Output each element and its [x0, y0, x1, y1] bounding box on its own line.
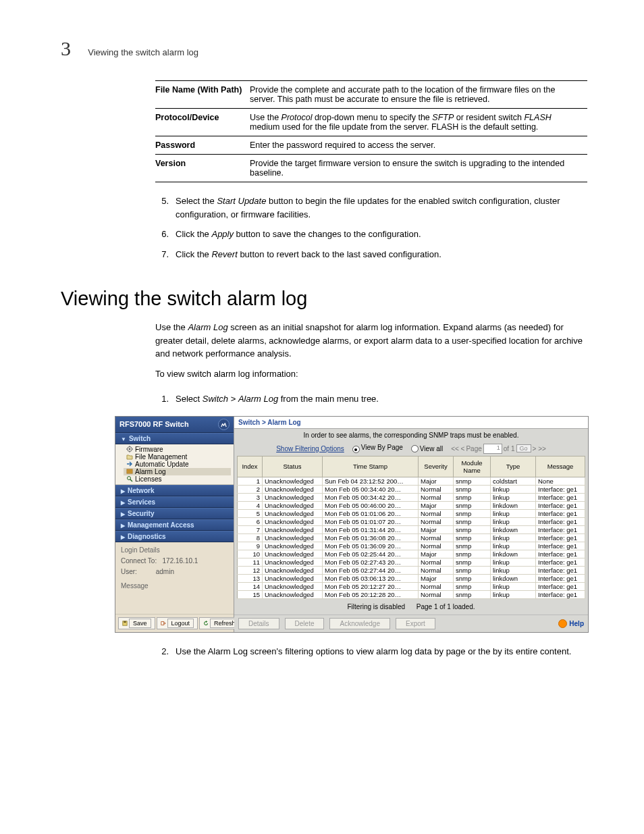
nav-section-mgmt-access[interactable]: ▶Management Access: [115, 519, 234, 531]
tree-item-alarm-log[interactable]: Alarm Log: [124, 468, 231, 475]
param-label: Protocol/Device: [155, 109, 250, 136]
column-header[interactable]: Index: [238, 456, 263, 477]
page-next[interactable]: > >>: [533, 445, 546, 452]
running-head-text: Viewing the switch alarm log: [88, 47, 198, 57]
table-row[interactable]: 9UnacknowledgedMon Feb 05 01:36:09 20…No…: [238, 542, 585, 550]
page-prev[interactable]: << <: [451, 445, 464, 452]
details-button[interactable]: Details: [238, 618, 279, 629]
screenshot-alarm-log: RFS7000 RF Switch ▼Switch FirmwareFile M…: [115, 416, 589, 633]
app-title: RFS7000 RF Switch: [119, 420, 189, 428]
brand-logo-icon: [218, 419, 230, 430]
column-header[interactable]: Status: [263, 456, 323, 477]
nav-section-security[interactable]: ▶Security: [115, 508, 234, 519]
column-header[interactable]: Module Name: [454, 456, 491, 477]
nav-section-network[interactable]: ▶Network: [115, 485, 234, 496]
filter-toolbar: Show Filtering Options View By Page View…: [234, 442, 588, 456]
notice-text: In order to see alarms, the correspondin…: [234, 429, 588, 442]
view-all-radio[interactable]: View all: [411, 445, 443, 452]
logout-button[interactable]: Logout: [157, 617, 198, 629]
table-header-row: IndexStatusTime StampSeverityModule Name…: [238, 456, 585, 477]
table-row[interactable]: 7UnacknowledgedMon Feb 05 01:31:44 20…Ma…: [238, 525, 585, 533]
chapter-number: 3: [61, 37, 71, 60]
svg-point-1: [129, 448, 131, 450]
tree-item-automatic-update[interactable]: Automatic Update: [124, 461, 231, 468]
intro-lead: To view switch alarm log information:: [155, 367, 583, 381]
nav-panel: RFS7000 RF Switch ▼Switch FirmwareFile M…: [115, 417, 234, 632]
app-titlebar: RFS7000 RF Switch: [115, 417, 234, 433]
alarm-log-table: IndexStatusTime StampSeverityModule Name…: [237, 456, 585, 599]
parameter-table: File Name (With Path)Provide the complet…: [155, 80, 587, 182]
nav-section-diagnostics[interactable]: ▶Diagnostics: [115, 531, 234, 542]
action-bar: Details Delete Acknowledge Export Help: [234, 615, 588, 632]
export-button[interactable]: Export: [396, 618, 435, 629]
view-by-page-radio[interactable]: View By Page: [352, 444, 403, 454]
table-row[interactable]: 2UnacknowledgedMon Feb 05 00:34:40 20…No…: [238, 485, 585, 493]
page-input[interactable]: 1: [483, 444, 502, 454]
param-desc: Provide the target firmware version to e…: [250, 155, 587, 182]
section-heading: Viewing the switch alarm log: [61, 288, 583, 310]
nav-tree: FirmwareFile ManagementAutomatic UpdateA…: [115, 444, 234, 485]
page-status: Page 1 of 1 loaded.: [417, 603, 475, 610]
login-details-panel: Login Details Connect To: 172.16.10.1 Us…: [115, 542, 234, 614]
table-row[interactable]: 11UnacknowledgedMon Feb 05 02:27:43 20…N…: [238, 558, 585, 566]
table-row[interactable]: 6UnacknowledgedMon Feb 05 01:01:07 20…No…: [238, 517, 585, 525]
table-row[interactable]: 14UnacknowledgedMon Feb 05 20:12:27 20…N…: [238, 582, 585, 590]
status-line: Filtering is disabled Page 1 of 1 loaded…: [234, 599, 588, 615]
save-button[interactable]: Save: [118, 617, 155, 629]
delete-button[interactable]: Delete: [285, 618, 325, 629]
table-row[interactable]: 12UnacknowledgedMon Feb 05 02:27:44 20…N…: [238, 566, 585, 574]
acknowledge-button[interactable]: Acknowledge: [329, 618, 390, 629]
tree-item-firmware[interactable]: Firmware: [124, 446, 231, 453]
step-item: 7.Click the Revert button to revert back…: [155, 248, 583, 261]
connect-to-value: 172.16.10.1: [163, 557, 198, 565]
table-row[interactable]: 8UnacknowledgedMon Feb 05 01:36:08 20…No…: [238, 533, 585, 542]
go-button[interactable]: Go: [516, 444, 531, 452]
step-item: 6.Click the Apply button to save the cha…: [155, 228, 583, 241]
svg-rect-5: [124, 621, 126, 622]
column-header[interactable]: Message: [536, 456, 585, 477]
tree-item-file-management[interactable]: File Management: [124, 453, 231, 461]
content-panel: Switch > Alarm Log In order to see alarm…: [234, 417, 588, 632]
connect-to-label: Connect To:: [121, 557, 157, 565]
column-header[interactable]: Type: [491, 456, 536, 477]
nav-section-switch[interactable]: ▼Switch: [115, 433, 234, 444]
step-list-after: 2.Use the Alarm Log screen's filtering o…: [155, 645, 583, 658]
user-label: User:: [121, 568, 137, 575]
page-label: Page: [466, 445, 481, 452]
running-header: 3 Viewing the switch alarm log: [61, 37, 583, 60]
step-item: 1.Select Switch > Alarm Log from the mai…: [155, 392, 583, 406]
table-row[interactable]: 15UnacknowledgedMon Feb 05 20:12:28 20…N…: [238, 590, 585, 598]
show-filtering-options-link[interactable]: Show Filtering Options: [276, 445, 344, 452]
help-icon: [558, 619, 567, 628]
login-heading: Login Details: [121, 546, 228, 554]
tree-item-licenses[interactable]: Licenses: [124, 475, 231, 483]
table-row[interactable]: 1UnacknowledgedSun Feb 04 23:12:52 200…M…: [238, 477, 585, 485]
message-label: Message: [121, 582, 228, 590]
filter-status: Filtering is disabled: [347, 603, 405, 610]
step-list-procedure: 1.Select Switch > Alarm Log from the mai…: [155, 392, 583, 406]
table-row[interactable]: 10UnacknowledgedMon Feb 05 02:25:44 20…M…: [238, 550, 585, 558]
param-desc: Provide the complete and accurate path t…: [250, 81, 587, 109]
table-row[interactable]: 5UnacknowledgedMon Feb 05 01:01:06 20…No…: [238, 509, 585, 517]
step-list-continued: 5.Select the Start Update button to begi…: [155, 194, 583, 261]
param-label: Password: [155, 136, 250, 155]
page-of: of 1: [504, 445, 515, 452]
breadcrumb: Switch > Alarm Log: [234, 417, 588, 429]
table-row[interactable]: 3UnacknowledgedMon Feb 05 00:34:42 20…No…: [238, 493, 585, 501]
footer-toolbar: Save Logout Refresh: [115, 614, 234, 632]
help-link[interactable]: Help: [558, 619, 584, 628]
user-value: admin: [156, 568, 174, 575]
table-row[interactable]: 13UnacknowledgedMon Feb 05 03:06:13 20…M…: [238, 574, 585, 582]
table-row[interactable]: 4UnacknowledgedMon Feb 05 00:46:00 20…Ma…: [238, 501, 585, 509]
svg-rect-2: [127, 469, 132, 473]
column-header[interactable]: Time Stamp: [323, 456, 419, 477]
intro-paragraph: Use the Alarm Log screen as an initial s…: [155, 321, 583, 361]
param-label: File Name (With Path): [155, 81, 250, 109]
nav-section-services[interactable]: ▶Services: [115, 496, 234, 508]
param-desc: Enter the password required to access th…: [250, 136, 587, 155]
step-item: 5.Select the Start Update button to begi…: [155, 194, 583, 221]
column-header[interactable]: Severity: [419, 456, 454, 477]
step-item: 2.Use the Alarm Log screen's filtering o…: [155, 645, 583, 658]
page-navigator: << < Page 1 of 1 Go > >>: [451, 444, 546, 454]
param-label: Version: [155, 155, 250, 182]
